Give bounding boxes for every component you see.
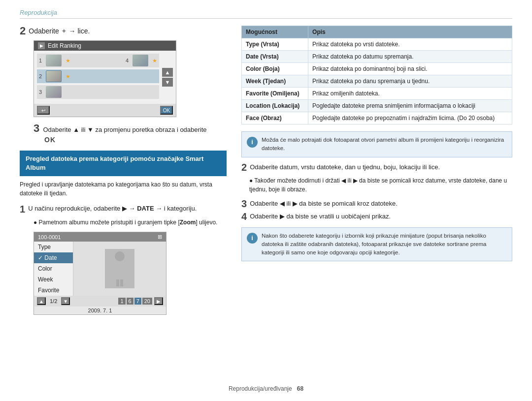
dw-folder: 100-0001 [38,234,61,240]
dw-figure [105,249,134,288]
info-icon-1: i [247,137,258,148]
step4-right-header: 4 Odaberite ▶ da biste se vratili u uobi… [241,212,512,221]
step2-header: 2 Odaberite ✦ → lice. [20,26,227,36]
er-controls: ▲ ▼ [162,54,173,101]
table-row: Face (Obraz) Pogledajte datoteke po prep… [242,112,512,124]
callout-box: Pregled datoteka prema kategoriji pomoću… [20,151,227,176]
dw-menu-favorite[interactable]: Favorite [34,285,73,296]
dw-page: 1/2 [50,298,57,304]
dw-num-1[interactable]: 1 [118,298,125,305]
dw-preview [73,242,166,296]
er-row-1: 1 ★ 4 ★ [37,54,159,67]
play-icon: ▶ [38,42,45,49]
dw-next-button[interactable]: ▼ [61,297,70,305]
table-row: Favorite (Omiljena) Prikaz omiljenih dat… [242,88,512,100]
dw-num-7[interactable]: 7 [134,298,141,305]
dw-menu-date[interactable]: ✓ Date [34,252,73,263]
er-bottom: ↩ OK [34,104,176,117]
er-down-button[interactable]: ▼ [162,78,173,87]
dw-menu: Type ✓ Date Color Week Favorite [34,242,73,296]
dw-num-items: 1 6 7 20 [118,298,152,305]
footer: Reprodukcija/uređivanje 68 [0,385,532,392]
table-header-desc: Opis [308,26,512,38]
step1-header: 1 U načinu reprodukcije, odaberite ▶ → D… [20,204,227,215]
dw-num-20[interactable]: 20 [142,298,152,305]
dw-bottom-bar: ▲ 1/2 ▼ 1 6 7 20 ▶ [34,296,166,307]
er-rows: 1 ★ 4 ★ 2 ★ [37,54,159,101]
callout-body: Pregled i upravljanje datotekama po kate… [20,180,227,198]
info-box-1: i Možda će malo potrajati dok fotoaparat… [241,131,512,157]
step3-right-text: Odaberite ◀ ili ▶ da biste se pomicali k… [250,199,398,209]
er-thumb-2 [46,70,62,82]
step1-num: 1 [20,204,25,215]
page-header: Reprodukcija [20,9,512,19]
er-back-button[interactable]: ↩ [37,106,50,115]
options-table: Mogućnost Opis Type (Vrsta) Prikaz datot… [241,26,512,124]
step3-text: 3 Odaberite ▲ ili ▼ za promjenu poretka … [33,123,227,134]
step2-text: Odaberite ✦ → lice. [29,27,90,35]
svg-rect-1 [113,262,126,279]
table-row: Location (Lokacija) Pogledajte datoteke … [242,100,512,112]
step2-bullet: ● Također možete dodirnuti i držati ◀ il… [249,176,512,194]
dw-prev-button[interactable]: ▲ [37,297,46,305]
dw-num-6[interactable]: 6 [127,298,133,305]
table-row: Week (Tjedan) Prikaz datoteka po danu sp… [242,75,512,88]
dw-date: 2009. 7. 1 [34,307,166,314]
er-thumb-3 [46,86,62,98]
edit-ranking-label: Edit Ranking [48,42,81,49]
dw-menu-week[interactable]: Week [34,274,73,285]
er-up-button[interactable]: ▲ [162,68,173,77]
footer-text: Reprodukcija/uređivanje [229,385,292,392]
er-thumb-1 [46,55,62,66]
step1-text: U načinu reprodukcije, odaberite ▶ → DAT… [28,204,197,214]
dw-forward-button[interactable]: ▶ [154,297,163,305]
step3-right-header: 3 Odaberite ◀ ili ▶ da biste se pomicali… [241,199,512,209]
svg-rect-2 [116,279,119,286]
dw-top-bar: 100-0001 ⊞ [34,232,166,242]
step4-right-num: 4 [241,212,247,221]
step2-num: 2 [20,26,26,36]
step2-right-text: Odaberite datum, vrstu datoteke, dan u t… [250,162,440,172]
ok-label: OK [44,136,227,144]
dw-menu-type[interactable]: Type [34,242,73,252]
date-widget: 100-0001 ⊞ Type ✓ Date Color Week Favori… [33,232,166,315]
er-row-3: 3 [37,85,159,99]
er-row-2: 2 ★ [37,69,159,83]
info-text-2: Nakon što odaberete kategoriju i izborni… [262,232,507,257]
step3-right-num: 3 [241,199,247,209]
svg-point-0 [115,251,125,261]
step2-right-num: 2 [241,162,247,172]
info-box-2: i Nakon što odaberete kategoriju i izbor… [241,227,512,262]
step3-num: 3 [33,122,39,134]
step2-right-header: 2 Odaberite datum, vrstu datoteke, dan u… [241,162,512,172]
table-header-option: Mogućnost [242,26,308,38]
footer-page: 68 [297,385,303,392]
table-row: Date (Vrsta) Prikaz datoteka po datumu s… [242,51,512,63]
step1-bullet: ● Pametnom albumu možete pristupiti i gu… [33,218,227,227]
dw-mode-icon: ⊞ [158,234,162,240]
edit-ranking-title: ▶ Edit Ranking [34,41,176,51]
er-ok-button[interactable]: OK [160,106,173,115]
svg-rect-3 [120,279,123,286]
edit-ranking-box: ▶ Edit Ranking 1 ★ 4 ★ [33,40,176,117]
info-icon-2: i [247,233,258,244]
table-row: Type (Vrsta) Prikaz datoteka po vrsti da… [242,38,512,51]
step4-right-text: Odaberite ▶ da biste se vratili u uobiča… [250,212,391,221]
er-thumb-4 [133,55,148,66]
dw-menu-color[interactable]: Color [34,263,73,274]
info-text-1: Možda će malo potrajati dok fotoaparat o… [262,136,507,153]
table-row: Color (Boja) Prikaz datoteka po dominant… [242,63,512,75]
